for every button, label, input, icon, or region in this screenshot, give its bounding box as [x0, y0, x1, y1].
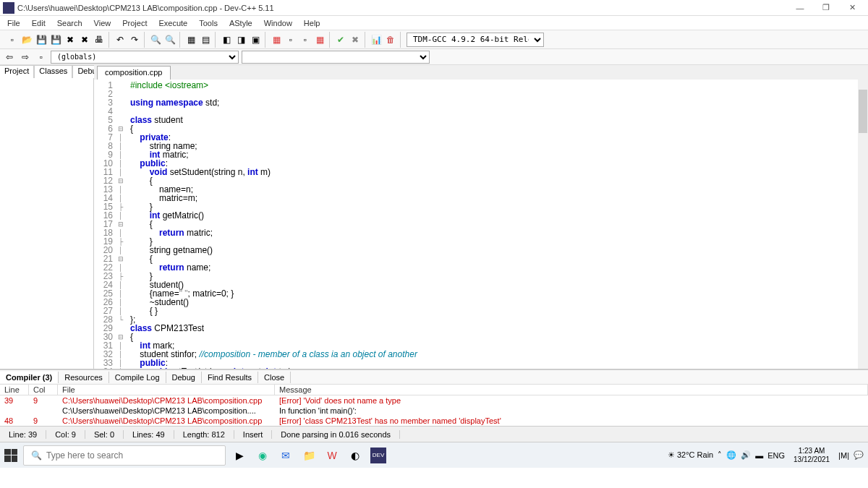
compiler-header: Line Col File Message: [0, 385, 868, 395]
find-icon[interactable]: 🔍: [149, 33, 162, 46]
save-all-icon[interactable]: 💾: [49, 33, 62, 46]
code-text[interactable]: #include <iostream> using namespace std;…: [126, 80, 868, 369]
panel-tab[interactable]: Compile Log: [109, 372, 166, 383]
close-button[interactable]: ✕: [839, 0, 865, 16]
scrollbar-vertical[interactable]: [858, 80, 868, 369]
debug-icon[interactable]: ▫: [284, 33, 297, 46]
compile-icon[interactable]: ◧: [220, 33, 233, 46]
menu-project[interactable]: Project: [116, 17, 153, 29]
back-icon[interactable]: ⇦: [3, 51, 16, 64]
window-title: C:\Users\huawei\Desktop\CPM213 LAB\compo…: [17, 4, 787, 12]
edge-icon[interactable]: ◉: [255, 448, 271, 463]
menu-search[interactable]: Search: [51, 17, 88, 29]
notifications-icon[interactable]: 💬: [854, 450, 864, 460]
menu-help[interactable]: Help: [298, 17, 326, 29]
volume-icon[interactable]: 🔊: [741, 450, 751, 460]
explorer-icon[interactable]: 📁: [301, 448, 317, 463]
clock[interactable]: 1:23 AM 13/12/2021: [789, 447, 834, 464]
compiler-row[interactable]: C:\Users\huawei\Desktop\CPM213 LAB\compo…: [0, 406, 868, 416]
status-bar: Line: 39 Col: 9 Sel: 0 Lines: 49 Length:…: [0, 426, 868, 442]
start-button[interactable]: [4, 449, 17, 462]
menu-window[interactable]: Window: [258, 17, 298, 29]
status-insert: Insert: [234, 430, 273, 439]
close-file-icon[interactable]: ✖: [64, 33, 77, 46]
globals-select[interactable]: (globals): [51, 51, 239, 64]
menu-execute[interactable]: Execute: [153, 17, 193, 29]
ime-icon[interactable]: |M|: [838, 451, 849, 460]
taskbar-search[interactable]: 🔍: [23, 445, 226, 466]
file-tab-composition[interactable]: composition.cpp: [97, 66, 171, 80]
status-length: Length: 812: [174, 430, 234, 439]
scrollbar-thumb[interactable]: [859, 90, 867, 133]
mail-icon[interactable]: ✉: [278, 448, 294, 463]
status-line: Line: 39: [0, 430, 46, 439]
close-all-icon[interactable]: ✖: [78, 33, 91, 46]
code-editor[interactable]: 1234567891011121314151617181920212223242…: [94, 80, 868, 369]
open-icon[interactable]: 📂: [20, 33, 33, 46]
status-lines: Lines: 49: [124, 430, 174, 439]
nav-bar: ⇦ ⇨ ▫ (globals): [0, 49, 868, 65]
sidebar-tab-classes[interactable]: Classes: [34, 65, 72, 78]
panel-tab[interactable]: Find Results: [202, 372, 258, 383]
battery-icon[interactable]: ▬: [755, 451, 763, 460]
minimize-button[interactable]: —: [787, 0, 813, 16]
status-col: Col: 9: [46, 430, 85, 439]
compiler-row[interactable]: 489C:\Users\huawei\Desktop\CPM213 LAB\co…: [0, 416, 868, 426]
menu-edit[interactable]: Edit: [26, 17, 51, 29]
devcpp-icon[interactable]: DEV: [370, 448, 386, 463]
goto-icon[interactable]: ▦: [184, 33, 197, 46]
print-icon[interactable]: 🖶: [93, 33, 106, 46]
undo-icon[interactable]: ↶: [114, 33, 127, 46]
panel-tab[interactable]: Resources: [59, 372, 109, 383]
sidebar: ProjectClassesDebug: [0, 65, 94, 369]
compiler-select[interactable]: TDM-GCC 4.9.2 64-bit Release: [407, 33, 544, 47]
line-gutter: 1234567891011121314151617181920212223242…: [94, 80, 116, 369]
settings-icon[interactable]: ◐: [347, 448, 363, 463]
app-icon: [3, 2, 14, 14]
panel-tab[interactable]: Compiler (3): [0, 372, 59, 383]
taskbar-app-icon[interactable]: ▶: [231, 448, 247, 463]
wps-icon[interactable]: W: [324, 448, 340, 463]
weather-widget[interactable]: ☀ 32°C Rain: [668, 450, 713, 460]
menu-view[interactable]: View: [88, 17, 117, 29]
nav-icon[interactable]: ▫: [35, 51, 48, 64]
toolbar-main: ▫ 📂 💾 💾 ✖ ✖ 🖶 ↶ ↷ 🔍 🔍 ▦ ▤ ◧ ◨ ▣ ▦ ▫ ▫ ▦ …: [0, 30, 868, 49]
taskbar: 🔍 ▶ ◉ ✉ 📁 W ◐ DEV ☀ 32°C Rain ˄ 🌐 🔊 ▬ EN…: [0, 442, 868, 468]
bookmark-icon[interactable]: ▤: [199, 33, 212, 46]
stop-icon[interactable]: ▫: [299, 33, 312, 46]
menu-file[interactable]: File: [1, 17, 26, 29]
profiler-icon[interactable]: ▦: [313, 33, 326, 46]
title-bar: C:\Users\huawei\Desktop\CPM213 LAB\compo…: [0, 0, 868, 16]
rebuild-icon[interactable]: ▦: [270, 33, 283, 46]
panel-tab[interactable]: Close: [258, 372, 291, 383]
search-icon: 🔍: [31, 450, 42, 461]
sidebar-tab-project[interactable]: Project: [0, 65, 34, 78]
compiler-panel: Compiler (3)ResourcesCompile LogDebugFin…: [0, 369, 868, 426]
maximize-button[interactable]: ❐: [813, 0, 839, 16]
redo-icon[interactable]: ↷: [128, 33, 141, 46]
function-select[interactable]: [242, 51, 430, 64]
compile-run-icon[interactable]: ▣: [249, 33, 262, 46]
language-indicator[interactable]: ENG: [767, 451, 785, 460]
save-icon[interactable]: 💾: [35, 33, 48, 46]
chart-icon[interactable]: 📊: [370, 33, 383, 46]
sidebar-tabs: ProjectClassesDebug: [0, 65, 93, 78]
cross-icon[interactable]: ✖: [349, 33, 362, 46]
menu-bar: FileEditSearchViewProjectExecuteToolsASt…: [0, 16, 868, 30]
run-icon[interactable]: ◨: [234, 33, 247, 46]
menu-tools[interactable]: Tools: [193, 17, 224, 29]
status-parse: Done parsing in 0.016 seconds: [272, 430, 400, 439]
trash-icon[interactable]: 🗑: [384, 33, 397, 46]
compiler-row[interactable]: 399C:\Users\huawei\Desktop\CPM213 LAB\co…: [0, 395, 868, 406]
fold-gutter[interactable]: ⊟│││││⊟││├│⊟│├│⊟│├││││└⊟││││⊟│: [116, 80, 126, 369]
check-icon[interactable]: ✔: [334, 33, 347, 46]
file-tabs: composition.cpp: [94, 65, 868, 80]
network-icon[interactable]: 🌐: [726, 450, 736, 460]
replace-icon[interactable]: 🔍: [163, 33, 176, 46]
forward-icon[interactable]: ⇨: [19, 51, 32, 64]
search-input[interactable]: [46, 450, 218, 461]
tray-up-icon[interactable]: ˄: [718, 450, 722, 460]
new-file-icon[interactable]: ▫: [6, 33, 19, 46]
menu-astyle[interactable]: AStyle: [224, 17, 258, 29]
panel-tab[interactable]: Debug: [166, 372, 202, 383]
